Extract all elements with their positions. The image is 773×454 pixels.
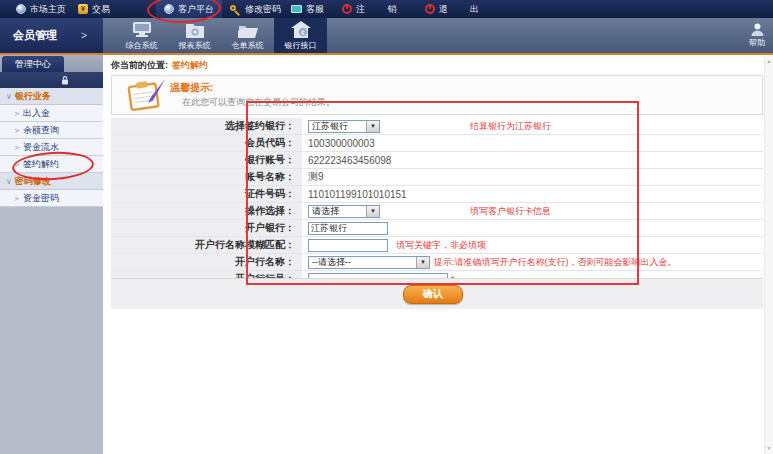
toolbar-item-label: 综合系统 [126,40,158,51]
deposit-bank-input[interactable] [308,222,388,235]
form-value-cell: 测9 [302,169,763,185]
toolbar-item-warehouse-system[interactable]: 仓单系统 [221,18,274,53]
report-folder-icon [184,21,206,39]
annotation-keyword-optional: 填写关键字，非必填项 [396,239,486,252]
chevron-down-icon: ▼ [366,206,379,217]
form-label: 账号名称： [111,169,302,185]
sidebar-item-fund-flow[interactable]: ＞资金流水 [0,139,103,156]
form-value-cell: 100300000003 [302,135,763,151]
form-label: 选择签约银行： [111,118,302,134]
topbar-item-logout[interactable]: 注 销 [342,3,407,16]
form-label: 开户行名称： [111,254,302,270]
form-value-cell: 请选择 ▼ 填写客户银行卡信息 [302,203,763,219]
monitor-icon [291,5,302,13]
sidebar-tab-management-center[interactable]: 管理中心 [2,56,64,72]
topbar-item-change-password[interactable]: 修改密码 [230,3,281,16]
form-row-member-code: 会员代码： 100300000003 [111,135,763,152]
topbar-item-label: 修改密码 [245,3,281,16]
toolbar-item-label: 报表系统 [179,40,211,51]
sidebar-group-bank-business[interactable]: ∨银行业务 [0,88,103,105]
topbar-item-label: 注 销 [356,3,407,16]
sidebar-icon-strip [0,72,103,88]
topbar-item-label: 退 出 [439,3,490,16]
breadcrumb-current-link[interactable]: 签约解约 [172,60,208,70]
member-code-value: 100300000003 [308,138,375,149]
sidebar-item-sign-terminate[interactable]: ＞签约解约 [0,156,103,173]
member-management-label: 会员管理 [13,28,57,43]
form-value-cell: 110101199101010151 [302,186,763,202]
form-value-cell: 622223463456098 [302,152,763,168]
form-label: 会员代码： [111,135,302,151]
select-value: 江苏银行 [312,120,364,133]
annotation-settlement-bank: 结算银行为江苏银行 [470,120,551,133]
chevron-right-icon: ＞ [13,143,21,152]
toolbar-item-label: 仓单系统 [232,40,264,51]
form-value-cell: --请选择-- ▼ 提示:请准确填写开户行名称(支行)，否则可能会影响出入金。 [302,254,763,270]
sidebar-item-balance-inquiry[interactable]: ＞余额查询 [0,122,103,139]
scroll-up-button[interactable]: ▲ [766,57,772,65]
chevron-down-icon: ▼ [416,257,429,268]
bank-icon: ¢ [290,21,312,39]
select-value: 请选择 [312,205,364,218]
confirm-button[interactable]: 确认 [403,285,463,304]
monitor-system-icon [131,21,153,39]
branch-name-select[interactable]: --请选择-- ▼ [308,256,430,269]
chevron-right-icon: ＞ [13,160,21,169]
select-value: --请选择-- [312,256,414,269]
fuzzy-match-input[interactable] [308,239,388,252]
warehouse-folder-icon [237,21,259,39]
bank-account-value: 622223463456098 [308,155,391,166]
annotation-branch-accuracy: 提示:请准确填写开户行名称(支行)，否则可能会影响出入金。 [434,256,677,269]
id-number-value: 110101199101010151 [308,189,407,200]
sidebar-item-deposit-withdrawal[interactable]: ＞出入金 [0,105,103,122]
toolbar-item-report-system[interactable]: 报表系统 [168,18,221,53]
form-label: 操作选择： [111,203,302,219]
form-label: 证件号码： [111,186,302,202]
sidebar-item-label: 资金密码 [23,193,59,203]
operation-select[interactable]: 请选择 ▼ [308,205,380,218]
trade-icon: ¥ [78,4,88,14]
topbar-item-label: 客服 [306,3,324,16]
chevron-right-icon: ＞ [13,194,21,203]
sign-terminate-form: 选择签约银行： 江苏银行 ▼ 结算银行为江苏银行 会员代码： 100300000… [111,118,763,288]
scrollbar[interactable]: ▲ ▼ [764,55,773,454]
topbar-item-trade[interactable]: ¥ 交易 [78,3,110,16]
coin-glyph: ¢ [301,28,305,35]
annotation-bank-card-info: 填写客户银行卡信息 [470,205,551,218]
power-icon [342,4,352,14]
help-label: 帮助 [749,37,765,48]
lock-icon [60,75,70,86]
topbar-item-exit[interactable]: 退 出 [425,3,490,16]
form-row-deposit-bank: 开户银行： [111,220,763,237]
help-button[interactable]: 帮助 [731,18,769,53]
sidebar-item-fund-password[interactable]: ＞资金密码 [0,190,103,207]
sidebar-menu: ∨银行业务 ＞出入金 ＞余额查询 ＞资金流水 ＞签约解约 ∨密码修改 ＞资金密码 [0,88,103,207]
collapse-icon: ∨ [6,177,12,186]
toolbar-item-bank-interface[interactable]: ¢ 银行接口 [274,18,327,53]
form-row-bank-account: 银行账号： 622223463456098 [111,152,763,169]
key-icon [230,4,241,15]
topbar-item-market-home[interactable]: 市场主页 [16,3,66,16]
form-label: 开户行名称模糊匹配： [111,237,302,253]
toolbar-item-integrated-system[interactable]: 综合系统 [115,18,168,53]
form-row-fuzzy-match: 开户行名称模糊匹配： 填写关键字，非必填项 [111,237,763,254]
member-management-menu[interactable]: 会员管理 > [0,18,103,53]
sidebar-group-password-change[interactable]: ∨密码修改 [0,173,103,190]
topbar-item-customer-platform[interactable]: 客户平台 [156,0,222,18]
sign-bank-select[interactable]: 江苏银行 ▼ [308,120,380,133]
chevron-right-icon: ＞ [13,126,21,135]
sidebar-item-label: 资金流水 [23,142,59,152]
chevron-right-icon: > [81,30,87,41]
notice-body: 在此您可以查询您在交易公司的结果。 [182,96,335,109]
app-window: 市场主页 ¥ 交易 客户平台 修改密码 客服 注 销 退 出 会员管理 [0,0,773,454]
person-icon [750,23,765,37]
account-name-value: 测9 [308,170,324,184]
notice-box: 温馨提示: 在此您可以查询您在交易公司的结果。 [111,75,763,115]
form-row-account-name: 账号名称： 测9 [111,169,763,186]
scroll-down-button[interactable]: ▼ [766,444,772,452]
topbar-item-label: 客户平台 [178,3,214,16]
breadcrumb-prefix: 你当前的位置: [111,60,168,70]
topbar-item-customer-service[interactable]: 客服 [291,3,324,16]
sidebar-group-label: 密码修改 [15,176,51,186]
sidebar-item-label: 余额查询 [23,125,59,135]
